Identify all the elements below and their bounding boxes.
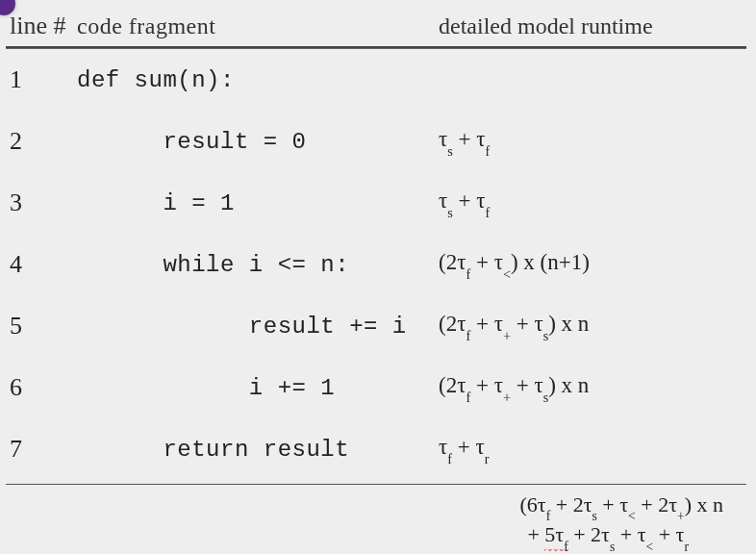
total-row: (6τf + 2τs + τ< + 2τ+) x n + 5τf + 2τs +…: [6, 485, 746, 554]
code-fragment: return result: [77, 437, 439, 463]
header-code: code fragment: [77, 13, 439, 39]
total-line-2: + 5τf + 2τs + τ< + τr: [6, 522, 746, 553]
code-fragment: while i <= n:: [77, 252, 439, 278]
code-fragment: def sum(n):: [77, 67, 439, 93]
runtime-expression: (2τf + τ<) x (n+1): [439, 250, 746, 279]
runtime-expression: (2τf + τ+ + τs) x n: [439, 373, 746, 402]
table-body: 1def sum(n):2 result = 0τs + τf3 i = 1τs…: [6, 48, 746, 480]
table-row: 7 return resultτf + τr: [6, 418, 746, 480]
header-line: line #: [6, 12, 77, 40]
header-runtime: detailed model runtime: [439, 13, 746, 39]
table-row: 6 i += 1(2τf + τ+ + τs) x n: [6, 357, 746, 418]
total-line-1: (6τf + 2τs + τ< + 2τ+) x n: [6, 492, 746, 520]
runtime-expression: τs + τf: [439, 189, 746, 217]
runtime-table: line # code fragment detailed model runt…: [0, 0, 756, 554]
table-header-row: line # code fragment detailed model runt…: [6, 4, 746, 48]
code-fragment: i = 1: [77, 190, 439, 216]
code-fragment: result = 0: [77, 129, 439, 155]
code-fragment: result += i: [77, 314, 439, 340]
line-number: 5: [6, 312, 77, 340]
table-row: 5 result += i(2τf + τ+ + τs) x n: [6, 295, 746, 357]
table-row: 4 while i <= n:(2τf + τ<) x (n+1): [6, 234, 746, 295]
line-number: 1: [6, 65, 77, 94]
line-number: 7: [6, 435, 77, 464]
code-fragment: i += 1: [77, 375, 439, 401]
table-row: 2 result = 0τs + τf: [6, 111, 746, 172]
line-number: 2: [6, 127, 77, 156]
line-number: 6: [6, 373, 77, 402]
runtime-expression: (2τf + τ+ + τs) x n: [439, 312, 746, 340]
table-row: 3 i = 1τs + τf: [6, 172, 746, 234]
runtime-expression: τs + τf: [439, 127, 746, 156]
table-row: 1def sum(n):: [6, 49, 746, 111]
line-number: 4: [6, 250, 77, 279]
line-number: 3: [6, 189, 77, 217]
runtime-expression: τf + τr: [439, 435, 746, 464]
